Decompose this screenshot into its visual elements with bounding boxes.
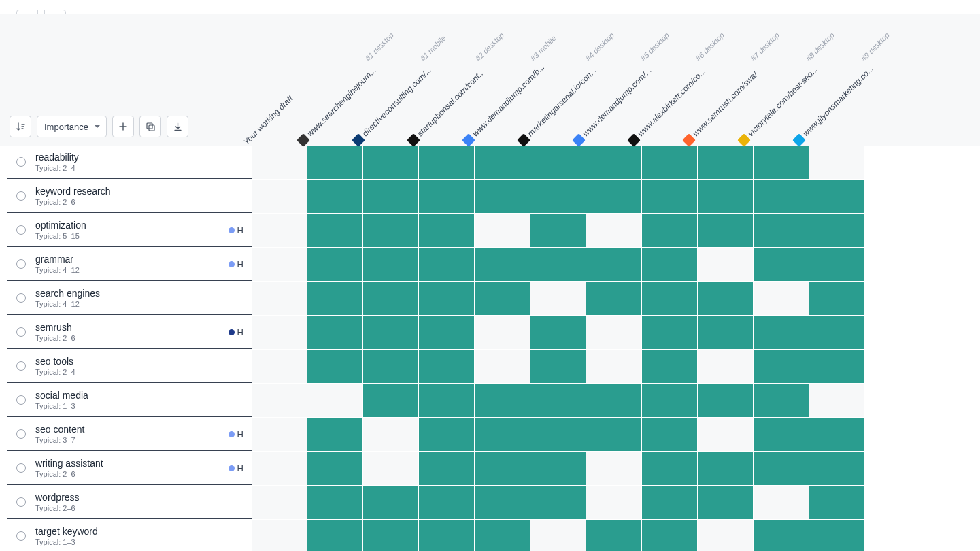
heatmap-cell[interactable] bbox=[809, 418, 864, 451]
heatmap-cell[interactable] bbox=[698, 520, 753, 551]
heatmap-cell[interactable] bbox=[586, 282, 641, 315]
heatmap-cell[interactable] bbox=[809, 384, 864, 417]
heatmap-cell[interactable] bbox=[698, 214, 753, 247]
heatmap-cell[interactable] bbox=[754, 350, 809, 383]
heatmap-cell[interactable] bbox=[363, 520, 418, 551]
heatmap-cell[interactable] bbox=[642, 350, 697, 383]
column-header[interactable]: startupbonsai.com/cont...#2 desktop bbox=[417, 14, 472, 146]
heatmap-cell[interactable] bbox=[809, 248, 864, 281]
heatmap-cell[interactable] bbox=[530, 146, 586, 179]
heatmap-cell[interactable] bbox=[419, 350, 474, 383]
term-row-label[interactable]: semrushTypical: 2–6H bbox=[7, 316, 252, 349]
heatmap-cell[interactable] bbox=[642, 486, 697, 519]
term-row-label[interactable]: search enginesTypical: 4–12 bbox=[7, 282, 252, 315]
heatmap-cell[interactable] bbox=[252, 180, 307, 213]
heatmap-cell[interactable] bbox=[419, 316, 474, 349]
heatmap-cell[interactable] bbox=[363, 146, 418, 179]
download-button[interactable] bbox=[167, 116, 188, 137]
heatmap-cell[interactable] bbox=[809, 180, 864, 213]
term-row-label[interactable]: optimizationTypical: 5–15H bbox=[7, 214, 252, 247]
term-row-label[interactable]: readabilityTypical: 2–4 bbox=[7, 146, 252, 179]
heatmap-cell[interactable] bbox=[307, 350, 362, 383]
term-radio[interactable] bbox=[16, 395, 26, 405]
heatmap-cell[interactable] bbox=[419, 248, 474, 281]
term-row-label[interactable]: writing assistantTypical: 2–6H bbox=[7, 452, 252, 485]
heatmap-cell[interactable] bbox=[642, 248, 697, 281]
heatmap-cell[interactable] bbox=[698, 180, 753, 213]
heatmap-cell[interactable] bbox=[307, 214, 362, 247]
heatmap-cell[interactable] bbox=[809, 146, 864, 179]
heatmap-cell[interactable] bbox=[530, 418, 586, 451]
heatmap-cell[interactable] bbox=[754, 418, 809, 451]
heatmap-cell[interactable] bbox=[363, 418, 418, 451]
heatmap-cell[interactable] bbox=[475, 384, 530, 417]
heatmap-cell[interactable] bbox=[586, 418, 641, 451]
heatmap-cell[interactable] bbox=[586, 350, 641, 383]
heatmap-cell[interactable] bbox=[586, 248, 641, 281]
heatmap-cell[interactable] bbox=[642, 146, 697, 179]
term-radio[interactable] bbox=[16, 259, 26, 269]
heatmap-cell[interactable] bbox=[307, 520, 362, 551]
heatmap-cell[interactable] bbox=[530, 180, 586, 213]
column-header[interactable]: www.demandjump.com/...#5 desktop bbox=[582, 14, 637, 146]
column-header[interactable]: victorytale.com/best-seo...#8 desktop bbox=[747, 14, 802, 146]
heatmap-cell[interactable] bbox=[307, 486, 362, 519]
heatmap-cell[interactable] bbox=[363, 248, 418, 281]
heatmap-cell[interactable] bbox=[363, 316, 418, 349]
heatmap-cell[interactable] bbox=[252, 282, 307, 315]
heatmap-cell[interactable] bbox=[252, 214, 307, 247]
heatmap-cell[interactable] bbox=[642, 282, 697, 315]
heatmap-cell[interactable] bbox=[252, 248, 307, 281]
heatmap-cell[interactable] bbox=[809, 486, 864, 519]
heatmap-cell[interactable] bbox=[475, 350, 530, 383]
column-header[interactable]: www.alexbirkett.com/co...#6 desktop bbox=[637, 14, 692, 146]
column-header[interactable]: directiveconsulting.com/...#1 mobile bbox=[362, 14, 417, 146]
heatmap-cell[interactable] bbox=[586, 146, 641, 179]
heatmap-cell[interactable] bbox=[419, 520, 474, 551]
heatmap-cell[interactable] bbox=[698, 146, 753, 179]
heatmap-cell[interactable] bbox=[698, 248, 753, 281]
column-header[interactable]: www.semrush.com/swa/#7 desktop bbox=[692, 14, 747, 146]
heatmap-cell[interactable] bbox=[809, 350, 864, 383]
heatmap-cell[interactable] bbox=[419, 214, 474, 247]
heatmap-cell[interactable] bbox=[754, 486, 809, 519]
heatmap-cell[interactable] bbox=[642, 316, 697, 349]
heatmap-cell[interactable] bbox=[586, 384, 641, 417]
heatmap-cell[interactable] bbox=[809, 316, 864, 349]
heatmap-cell[interactable] bbox=[530, 248, 586, 281]
heatmap-cell[interactable] bbox=[475, 452, 530, 485]
term-row-label[interactable]: seo toolsTypical: 2–4 bbox=[7, 350, 252, 383]
heatmap-cell[interactable] bbox=[642, 520, 697, 551]
column-header[interactable]: www.searchenginejourn...#1 desktop bbox=[307, 14, 362, 146]
heatmap-cell[interactable] bbox=[754, 452, 809, 485]
heatmap-cell[interactable] bbox=[252, 384, 307, 417]
term-row-label[interactable]: keyword researchTypical: 2–6 bbox=[7, 180, 252, 213]
heatmap-cell[interactable] bbox=[530, 350, 586, 383]
heatmap-cell[interactable] bbox=[363, 180, 418, 213]
heatmap-cell[interactable] bbox=[698, 282, 753, 315]
heatmap-cell[interactable] bbox=[252, 418, 307, 451]
term-radio[interactable] bbox=[16, 191, 26, 201]
heatmap-cell[interactable] bbox=[475, 214, 530, 247]
term-radio[interactable] bbox=[16, 157, 26, 167]
heatmap-cell[interactable] bbox=[475, 520, 530, 551]
heatmap-cell[interactable] bbox=[252, 486, 307, 519]
heatmap-cell[interactable] bbox=[530, 452, 586, 485]
term-radio[interactable] bbox=[16, 531, 26, 541]
heatmap-cell[interactable] bbox=[809, 452, 864, 485]
heatmap-cell[interactable] bbox=[530, 486, 586, 519]
heatmap-cell[interactable] bbox=[419, 418, 474, 451]
heatmap-cell[interactable] bbox=[754, 146, 809, 179]
heatmap-cell[interactable] bbox=[698, 418, 753, 451]
sort-select[interactable]: Importance bbox=[37, 116, 107, 137]
heatmap-cell[interactable] bbox=[475, 146, 530, 179]
heatmap-cell[interactable] bbox=[307, 452, 362, 485]
heatmap-cell[interactable] bbox=[252, 316, 307, 349]
heatmap-cell[interactable] bbox=[307, 146, 362, 179]
heatmap-cell[interactable] bbox=[586, 214, 641, 247]
heatmap-cell[interactable] bbox=[307, 248, 362, 281]
heatmap-cell[interactable] bbox=[419, 486, 474, 519]
term-radio[interactable] bbox=[16, 361, 26, 371]
term-row-label[interactable]: seo contentTypical: 3–7H bbox=[7, 418, 252, 451]
heatmap-cell[interactable] bbox=[530, 384, 586, 417]
